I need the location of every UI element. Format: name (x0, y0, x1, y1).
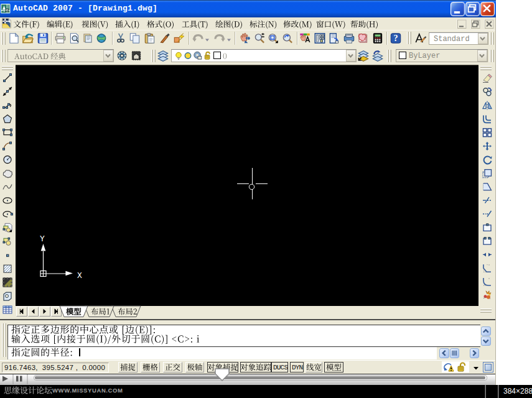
svg-text:Y: Y (40, 234, 45, 244)
svg-text:X: X (77, 271, 82, 280)
svg-text:?: ? (393, 33, 398, 43)
